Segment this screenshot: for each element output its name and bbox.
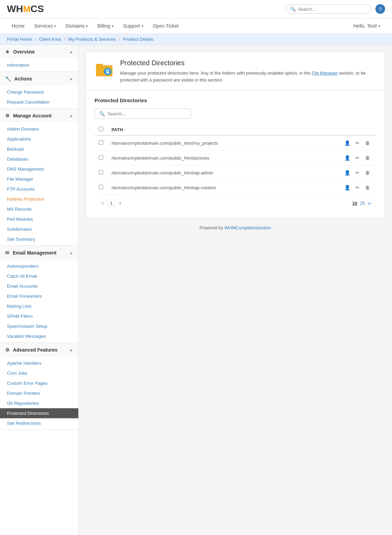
- sidebar-link-custom-error-pages[interactable]: Custom Error Pages: [0, 378, 78, 388]
- breadcrumb-portal-home[interactable]: Portal Home: [7, 37, 32, 42]
- sidebar-link-email-accounts[interactable]: Email Accounts: [0, 281, 78, 291]
- table-row: /domains/mytestdomain.com/public_html/wp…: [95, 165, 376, 180]
- row-edit-button-0[interactable]: ✏: [353, 139, 362, 147]
- row-checkbox-1[interactable]: [99, 155, 103, 160]
- path-sort-icon: ↑: [124, 128, 126, 132]
- nav-billing[interactable]: Billing ▾: [92, 18, 118, 34]
- pagination: ‹ 1 › 10 25 ∞: [95, 195, 376, 211]
- services-caret-icon: ▾: [54, 24, 56, 28]
- sidebar-link-apache-handlers[interactable]: Apache Handlers: [0, 358, 78, 368]
- sidebar-link-spamassasin-setup[interactable]: SpamAssasin Setup: [0, 321, 78, 331]
- breadcrumb-client-area[interactable]: Client Area: [39, 37, 61, 42]
- row-path: /domains/mytestdomain.com/public_html/pi…: [107, 151, 309, 165]
- sidebar-section-manage-account-header[interactable]: ⚙ Manage Account ▲: [0, 109, 78, 123]
- sidebar-link-spam-filters[interactable]: SPAM Filters: [0, 311, 78, 321]
- row-delete-button-2[interactable]: 🗑: [363, 169, 372, 176]
- sidebar-link-information[interactable]: Information: [0, 60, 78, 70]
- content-card: Protected Directories Manage your protec…: [86, 52, 385, 218]
- sidebar-section-email-management-header[interactable]: ✉ Email Management ▲: [0, 246, 78, 260]
- actions-chevron-icon: ▲: [69, 76, 73, 81]
- row-delete-button-3[interactable]: 🗑: [363, 184, 372, 191]
- sidebar-link-perl-modules[interactable]: Perl Modules: [0, 214, 78, 224]
- manage-account-chevron-icon: ▲: [69, 113, 73, 118]
- sidebar-link-change-password[interactable]: Change Password: [0, 87, 78, 97]
- select-all-checkbox[interactable]: [99, 127, 103, 131]
- row-delete-button-1[interactable]: 🗑: [363, 154, 372, 162]
- row-delete-button-0[interactable]: 🗑: [363, 139, 372, 147]
- nav: Home Services ▾ Domains ▾ Billing ▾ Supp…: [0, 18, 392, 34]
- nav-open-ticket[interactable]: Open Ticket: [148, 18, 184, 34]
- nav-services[interactable]: Services ▾: [29, 18, 61, 34]
- directory-search-bar: 🔍: [95, 108, 191, 119]
- row-user-button-3[interactable]: 👤: [342, 184, 352, 191]
- row-edit-button-2[interactable]: ✏: [353, 169, 362, 176]
- nav-home[interactable]: Home: [7, 18, 29, 34]
- powered-by-link[interactable]: WHMCompleteSolution: [225, 225, 271, 230]
- sidebar-link-addon-domains[interactable]: Addon Domains: [0, 124, 78, 134]
- directory-search-input[interactable]: [108, 111, 187, 116]
- sidebar-section-overview-header[interactable]: ★ Overview ▲: [0, 45, 78, 59]
- sidebar-link-cron-jobs[interactable]: Cron Jobs: [0, 368, 78, 378]
- nav-support[interactable]: Support ▾: [118, 18, 148, 34]
- sidebar-link-git-repositories[interactable]: Git Repositories: [0, 398, 78, 408]
- sidebar-manage-account-links: Addon Domains Applications Backups Datab…: [0, 123, 78, 246]
- pagination-next-button[interactable]: ›: [117, 199, 123, 207]
- sidebar-link-backups[interactable]: Backups: [0, 144, 78, 154]
- sidebar-section-advanced-features-header[interactable]: ⚙ Advanced Features ▲: [0, 343, 78, 357]
- sidebar-link-mailing-lists[interactable]: Mailing Lists: [0, 301, 78, 311]
- breadcrumb-my-products[interactable]: My Products & Services: [68, 37, 116, 42]
- table-header-checkbox: [95, 124, 107, 135]
- sidebar-link-catch-all-email[interactable]: Catch All Email: [0, 271, 78, 281]
- nav-domains[interactable]: Domains ▾: [61, 18, 92, 34]
- support-caret-icon: ▾: [141, 24, 143, 28]
- breadcrumb-sep-1: /: [35, 37, 36, 42]
- sidebar-link-ftp-accounts[interactable]: FTP Accounts: [0, 184, 78, 194]
- row-user-button-0[interactable]: 👤: [342, 139, 352, 147]
- sidebar-link-site-redirections[interactable]: Site Redirections: [0, 418, 78, 428]
- sidebar-link-dns-management[interactable]: DNS Management: [0, 164, 78, 174]
- header-right: 🔍 0: [286, 4, 385, 14]
- pagination-prev-button[interactable]: ‹: [100, 199, 106, 207]
- row-user-button-2[interactable]: 👤: [342, 169, 352, 176]
- pagination-size-all[interactable]: ∞: [368, 201, 371, 206]
- sidebar-overview-title: Overview: [13, 49, 35, 55]
- sidebar-link-vacation-messages[interactable]: Vacation Messages: [0, 331, 78, 341]
- sidebar-link-subdomains[interactable]: Subdomains: [0, 224, 78, 234]
- knowledgebase-search-input[interactable]: [298, 7, 367, 12]
- sidebar-link-site-summary[interactable]: Site Summary: [0, 234, 78, 244]
- row-path: /domains/mytestdomain.com/public_html/wp…: [107, 180, 309, 195]
- breadcrumb-product-details[interactable]: Product Details: [123, 37, 153, 42]
- sidebar-advanced-features-title: Advanced Features: [13, 347, 57, 353]
- sidebar-section-actions-header[interactable]: 🔧 Actions ▲: [0, 72, 78, 86]
- row-edit-button-3[interactable]: ✏: [353, 184, 362, 191]
- sidebar-link-email-forwarders[interactable]: Email Forwarders: [0, 291, 78, 301]
- sidebar-link-protected-directories[interactable]: Protected Directories: [0, 408, 78, 418]
- sidebar-link-domain-pointers[interactable]: Domain Pointers: [0, 388, 78, 398]
- sidebar-link-mx-records[interactable]: MX Records: [0, 204, 78, 214]
- row-edit-button-1[interactable]: ✏: [353, 154, 362, 162]
- sidebar-link-applications[interactable]: Applications: [0, 134, 78, 144]
- pagination-size-25[interactable]: 25: [360, 201, 365, 206]
- nav-hello[interactable]: Hello, Test! ▾: [349, 18, 385, 34]
- sidebar-link-autoresponders[interactable]: Autoresponders: [0, 261, 78, 271]
- pagination-size-10[interactable]: 10: [352, 201, 357, 206]
- cart-button[interactable]: 0: [375, 4, 385, 14]
- protected-directories-icon: [95, 59, 114, 82]
- row-user-button-1[interactable]: 👤: [342, 154, 352, 162]
- table-header-path[interactable]: PATH ↑: [107, 124, 309, 135]
- sidebar-section-manage-account: ⚙ Manage Account ▲ Addon Domains Applica…: [0, 109, 78, 246]
- powered-by-text: Powered by: [199, 225, 224, 230]
- row-checkbox-3[interactable]: [99, 185, 103, 189]
- logo: WHMCS: [7, 3, 44, 15]
- sidebar-link-databases[interactable]: Databases: [0, 154, 78, 164]
- row-checkbox-2[interactable]: [99, 170, 103, 174]
- sidebar-link-request-cancellation[interactable]: Request Cancellation: [0, 97, 78, 107]
- row-checkbox-0[interactable]: [99, 140, 103, 145]
- directories-table: PATH ↑ /domains/mytestdomain.com/public_…: [95, 124, 376, 195]
- sidebar-link-file-manager[interactable]: File Manager: [0, 174, 78, 184]
- file-manager-link[interactable]: File Manager: [312, 70, 338, 76]
- sidebar-email-management-title: Email Management: [13, 250, 57, 256]
- email-management-chevron-icon: ▲: [69, 250, 73, 255]
- sidebar-link-hotlinks-protection[interactable]: Hotlinks Protection: [0, 194, 78, 204]
- overview-star-icon: ★: [5, 49, 10, 55]
